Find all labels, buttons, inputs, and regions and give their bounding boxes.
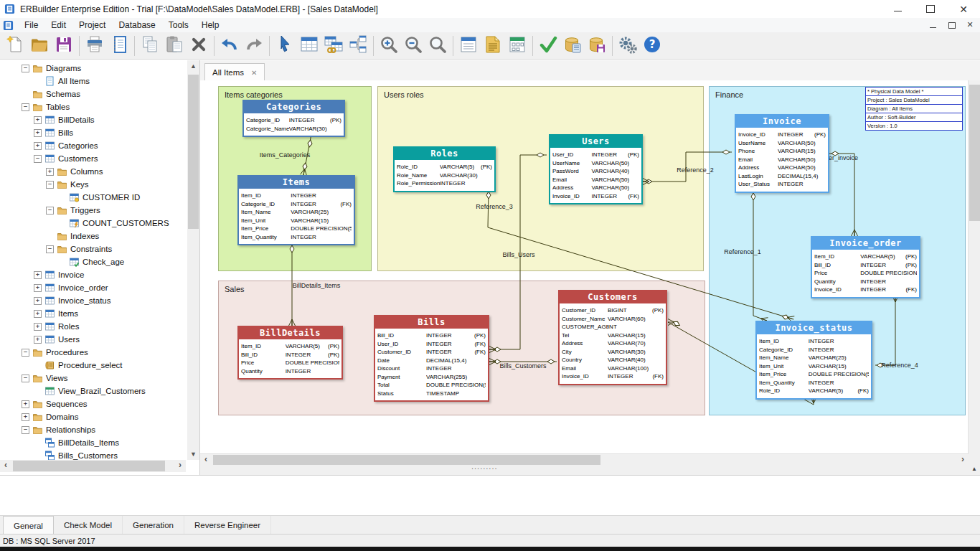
canvas-vertical-scrollbar[interactable] — [968, 80, 980, 453]
collapse-icon[interactable]: − — [46, 245, 54, 253]
doc-list-button[interactable] — [456, 34, 481, 58]
scroll-down-icon[interactable]: ▼ — [187, 448, 199, 460]
sidebar-item-indexes[interactable]: Indexes — [0, 230, 185, 242]
entity-customers[interactable]: CustomersCustomer_IDBIGINT(PK)Customer_N… — [558, 290, 667, 385]
copy-button[interactable] — [138, 34, 162, 58]
delete-button[interactable] — [187, 34, 211, 58]
scroll-up-icon[interactable]: ▲ — [187, 60, 199, 72]
sidebar-item-schemas[interactable]: Schemas — [0, 88, 185, 100]
open-button[interactable] — [27, 34, 52, 58]
form-grid-button[interactable] — [505, 34, 529, 58]
sidebar-item-procedures[interactable]: −Procedures — [0, 346, 185, 359]
menu-help[interactable]: Help — [195, 19, 226, 32]
pointer-button[interactable] — [273, 34, 297, 58]
sidebar-item-keys[interactable]: −Keys — [0, 178, 185, 191]
expand-icon[interactable]: + — [34, 336, 42, 344]
sidebar-item-relationships[interactable]: −Relationships — [0, 423, 185, 436]
expand-icon[interactable]: + — [34, 284, 42, 292]
entity-invoice[interactable]: InvoiceInvoice_IDINTEGER(PK)UserNameVARC… — [735, 114, 829, 193]
sidebar-item-views[interactable]: −Views — [0, 372, 185, 385]
collapse-icon[interactable]: − — [46, 207, 54, 215]
collapse-icon[interactable]: − — [22, 426, 29, 434]
help-button[interactable]: ? — [640, 34, 664, 58]
collapse-icon[interactable]: − — [22, 349, 29, 357]
sidebar-item-domains[interactable]: +Domains — [0, 410, 185, 423]
menu-tools[interactable]: Tools — [162, 19, 195, 32]
relationship-bills_customers[interactable]: Bills_Customers — [489, 359, 557, 370]
relationship-billdetails_items[interactable]: BillDetails_Items — [289, 242, 341, 326]
tree-horizontal-scrollbar[interactable]: ‹ › — [0, 460, 186, 472]
sidebar-item-check-age[interactable]: Check_age — [0, 255, 185, 268]
print-button[interactable] — [83, 34, 107, 58]
canvas-horizontal-scrollbar[interactable]: ‹ › — [200, 453, 969, 466]
sidebar-item-invoice-order[interactable]: +Invoice_order — [0, 281, 185, 294]
menu-database[interactable]: Database — [112, 19, 161, 32]
undo-button[interactable] — [217, 34, 242, 58]
menu-project[interactable]: Project — [72, 19, 112, 32]
sidebar-item-invoice[interactable]: +Invoice — [0, 268, 185, 281]
tree-vertical-scrollbar[interactable]: ▲ ▼ — [187, 60, 199, 460]
relationship-reference_2[interactable]: Reference_2 — [643, 150, 732, 185]
relationship-items_categories[interactable]: Items_Categories — [260, 134, 313, 176]
output-tab-reverse-engineer[interactable]: Reverse Engineer — [184, 516, 271, 534]
relationship-bills_users[interactable]: Bills_Users — [489, 153, 547, 353]
sidebar-item-roles[interactable]: +Roles — [0, 320, 185, 333]
entity-invoice_status[interactable]: Invoice_statusItem_IDINTEGERCategorie_ID… — [755, 321, 872, 400]
sidebar-item-customer-id[interactable]: CUSTOMER ID — [0, 191, 185, 204]
scroll-right-icon[interactable]: › — [174, 460, 186, 472]
canvas-vscroll-thumb[interactable] — [969, 85, 980, 221]
collapse-icon[interactable]: − — [34, 155, 42, 163]
mdi-restore-button[interactable] — [946, 19, 957, 29]
sidebar-item-count-customers[interactable]: COUNT_CUSTOMERS — [0, 217, 185, 230]
zoom-out-button[interactable] — [401, 34, 425, 58]
relationship-reference_1[interactable]: Reference_1 — [724, 190, 768, 324]
entity-categories[interactable]: CategoriesCategorie_IDINTEGER(PK)Categor… — [242, 100, 345, 137]
output-tab-generation[interactable]: Generation — [123, 516, 184, 534]
sidebar-item-bills-customers[interactable]: Bills_Customers — [0, 449, 185, 460]
expand-icon[interactable]: + — [34, 129, 42, 137]
collapse-icon[interactable]: − — [22, 375, 29, 382]
minimize-button[interactable] — [881, 0, 914, 18]
zoom-in-button[interactable] — [377, 34, 401, 58]
sidebar-item-billdetails[interactable]: +BillDetails — [0, 113, 185, 126]
tab-all-items[interactable]: All Items ✕ — [204, 63, 265, 81]
redo-button[interactable] — [242, 34, 266, 58]
sidebar-item-invoice-status[interactable]: +Invoice_status — [0, 294, 185, 307]
menu-edit[interactable]: Edit — [44, 19, 72, 32]
splitter-handle[interactable]: ......... ▲ — [200, 465, 980, 475]
table-button[interactable] — [297, 34, 321, 58]
mdi-close-button[interactable]: ✕ — [964, 19, 976, 29]
sidebar-item-triggers[interactable]: −Triggers — [0, 204, 185, 217]
scroll-left-icon[interactable]: ‹ — [0, 460, 11, 472]
entity-invoice_order[interactable]: Invoice_orderItem_IDVARCHAR(5)(PK)Bill_I… — [811, 236, 920, 298]
sidebar-item-view-brazil-customers[interactable]: View_Brazil_Customers — [0, 385, 185, 397]
collapse-icon[interactable]: − — [22, 65, 29, 72]
output-tab-general[interactable]: General — [3, 516, 54, 534]
sidebar-item-sequences[interactable]: +Sequences — [0, 397, 185, 410]
menu-file[interactable]: File — [18, 19, 44, 32]
sidebar-item-categories[interactable]: +Categories — [0, 139, 185, 152]
save-button[interactable] — [52, 34, 76, 58]
mdi-minimize-button[interactable] — [927, 19, 938, 29]
maximize-button[interactable] — [914, 0, 947, 18]
table-link-button[interactable] — [321, 34, 346, 58]
tree-vscroll-thumb[interactable] — [188, 75, 199, 229]
diagram-canvas[interactable]: Items categoriesUsers rolesFinanceSalesI… — [200, 80, 969, 453]
sidebar-item-users[interactable]: +Users — [0, 333, 185, 346]
sidebar-item-all-items[interactable]: All Items — [0, 75, 185, 88]
model-info-note[interactable]: * Physical Data Model *Project : Sales D… — [865, 87, 963, 131]
zoom-button[interactable] — [425, 34, 450, 58]
entity-billdetails[interactable]: BillDetailsItem_IDVARCHAR(5)(PK)Bill_IDI… — [237, 326, 343, 380]
report-button[interactable] — [107, 34, 131, 58]
sidebar-item-diagrams[interactable]: −Diagrams — [0, 62, 185, 75]
sidebar-item-items[interactable]: +Items — [0, 307, 185, 320]
canvas-hscroll-thumb[interactable] — [213, 455, 600, 466]
output-tab-check-model[interactable]: Check Model — [54, 516, 123, 534]
expand-icon[interactable]: + — [22, 413, 29, 421]
collapse-panel-icon[interactable]: ▲ — [971, 466, 977, 472]
expand-icon[interactable]: + — [34, 310, 42, 318]
entity-roles[interactable]: RolesRole_IDVARCHAR(5)(PK)Role_NameVARCH… — [393, 146, 496, 192]
doc-text-button[interactable] — [481, 34, 505, 58]
entity-items[interactable]: ItemsItem_IDINTEGERCategorie_IDINTEGER(F… — [237, 175, 355, 245]
sidebar-item-bills[interactable]: +Bills — [0, 126, 185, 139]
